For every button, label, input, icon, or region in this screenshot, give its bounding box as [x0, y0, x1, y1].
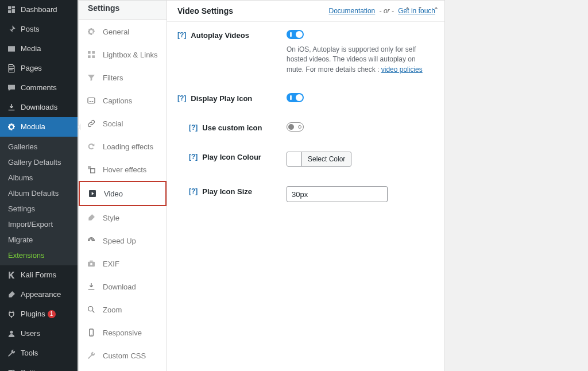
sliders-icon	[6, 367, 17, 371]
submenu-import-export[interactable]: Import/Export	[0, 217, 78, 232]
submenu-albums[interactable]: Albums	[0, 170, 78, 186]
user-icon	[6, 328, 17, 339]
grid-icon	[86, 49, 97, 60]
tab-general[interactable]: General	[79, 20, 167, 43]
sidebar-item-posts[interactable]: Posts	[0, 20, 78, 39]
tab-loading-effects[interactable]: Loading effects	[79, 135, 167, 158]
help-icon[interactable]: [?]	[189, 153, 198, 161]
tab-label: Video	[104, 190, 123, 198]
sidebar-item-label: Comments	[21, 83, 57, 92]
panel-collapse-icon[interactable]	[432, 3, 440, 11]
k-icon	[6, 269, 17, 281]
sidebar-item-dashboard[interactable]: Dashboard	[0, 0, 78, 20]
submenu-galleries[interactable]: Galleries	[0, 139, 78, 154]
sidebar-item-label: Pages	[21, 64, 42, 73]
autoplay-label: Autoplay Videos	[191, 31, 249, 40]
tab-label: Lightbox & Links	[103, 51, 157, 59]
wp-admin-sidebar: Dashboard Posts Media Pages Comments Dow…	[0, 0, 78, 371]
sidebar-item-users[interactable]: Users	[0, 324, 78, 343]
tab-label: Zoom	[103, 306, 122, 314]
pin-icon	[6, 24, 17, 35]
tab-filters[interactable]: Filters	[79, 66, 167, 89]
sidebar-item-plugins[interactable]: Plugins1	[0, 304, 78, 324]
tab-video[interactable]: Video	[79, 181, 167, 206]
sidebar-item-label: Appearance	[21, 290, 61, 299]
documentation-link[interactable]: Documentation	[329, 7, 376, 15]
select-color-button[interactable]: Select Color	[302, 152, 351, 166]
gear-icon	[86, 26, 97, 37]
autoplay-toggle[interactable]	[287, 30, 304, 39]
sidebar-item-kali-forms[interactable]: Kali Forms	[0, 265, 78, 285]
sidebar-item-media[interactable]: Media	[0, 39, 78, 59]
tab-hover-effects[interactable]: Hover effects	[79, 158, 167, 181]
tab-misc[interactable]: Misc	[79, 367, 167, 371]
submenu-gallery-defaults[interactable]: Gallery Defaults	[0, 154, 78, 170]
play-icon	[87, 188, 98, 199]
sidebar-item-label: Plugins	[21, 310, 45, 319]
sidebar-item-label: Media	[21, 44, 41, 53]
sidebar-item-modula[interactable]: Modula	[0, 117, 78, 137]
camera-icon	[86, 258, 97, 269]
display-play-icon-label: Display Play Icon	[191, 94, 252, 103]
sidebar-item-label: Kali Forms	[21, 270, 56, 280]
tab-download[interactable]: Download	[79, 275, 167, 298]
panel-heading: Video Settings	[177, 6, 233, 16]
sidebar-item-label: Tools	[21, 349, 38, 358]
sidebar-item-label: Dashboard	[21, 5, 57, 14]
tab-lightbox-links[interactable]: Lightbox & Links	[79, 43, 167, 66]
tab-label: Style	[103, 214, 119, 222]
tab-responsive[interactable]: Responsive	[79, 321, 167, 344]
tab-exif[interactable]: EXIF	[79, 252, 167, 275]
tab-captions[interactable]: Captions	[79, 89, 167, 112]
submenu-settings[interactable]: Settings	[0, 201, 78, 217]
play-icon-size-input[interactable]	[287, 186, 388, 202]
submenu-album-defaults[interactable]: Album Defaults	[0, 186, 78, 201]
tab-label: Custom CSS	[103, 351, 146, 360]
tab-label: Responsive	[103, 329, 142, 337]
tab-label: Filters	[103, 74, 123, 82]
play-icon-colour-picker[interactable]: Select Color	[287, 152, 351, 167]
help-icon[interactable]: [?]	[177, 94, 186, 102]
plug-icon	[6, 308, 17, 320]
zoom-icon	[86, 304, 97, 315]
tab-custom-css[interactable]: Custom CSS	[79, 344, 167, 367]
video-settings-panel: Video Settings Documentation - or - Get …	[167, 1, 444, 212]
gear-icon	[6, 121, 17, 133]
sidebar-item-tools[interactable]: Tools	[0, 343, 78, 363]
display-play-icon-toggle[interactable]	[287, 93, 304, 102]
video-policies-link[interactable]: video policies	[381, 65, 423, 74]
tab-speed-up[interactable]: Speed Up	[79, 229, 167, 252]
use-custom-icon-toggle[interactable]	[287, 122, 304, 132]
tab-label: Captions	[103, 96, 132, 105]
filter-icon	[86, 72, 97, 83]
sidebar-item-pages[interactable]: Pages	[0, 59, 78, 78]
use-custom-icon-label: Use custom icon	[202, 123, 262, 132]
help-icon[interactable]: [?]	[189, 123, 198, 132]
play-icon-size-label: Play Icon Size	[202, 187, 252, 196]
submenu-migrate[interactable]: Migrate	[0, 232, 78, 248]
sidebar-item-settings[interactable]: Settings	[0, 363, 78, 371]
settings-panel-title: Settings	[79, 1, 167, 20]
refresh-icon	[86, 141, 97, 152]
tab-label: Social	[103, 119, 123, 128]
settings-tabs: Settings General Lightbox & Links Filter…	[78, 1, 167, 371]
help-icon[interactable]: [?]	[189, 187, 198, 195]
brush-icon	[86, 212, 97, 223]
link-icon	[86, 118, 97, 129]
help-icon[interactable]: [?]	[177, 31, 186, 39]
update-badge: 1	[48, 310, 56, 318]
tab-style[interactable]: Style	[79, 206, 167, 229]
tab-zoom[interactable]: Zoom	[79, 298, 167, 321]
or-separator: - or -	[377, 7, 396, 15]
brush-icon	[6, 289, 17, 300]
play-icon-colour-label: Play Icon Colour	[202, 153, 261, 161]
sidebar-item-downloads[interactable]: Downloads	[0, 98, 78, 117]
tab-social[interactable]: Social	[79, 112, 167, 135]
panel-arrow-down-icon[interactable]	[416, 3, 424, 11]
sidebar-item-appearance[interactable]: Appearance	[0, 285, 78, 304]
sidebar-item-comments[interactable]: Comments	[0, 78, 78, 98]
colour-swatch	[287, 152, 302, 166]
sidebar-item-label: Posts	[21, 25, 40, 34]
panel-arrow-up-icon[interactable]	[403, 3, 411, 11]
submenu-extensions[interactable]: Extensions	[0, 248, 78, 263]
